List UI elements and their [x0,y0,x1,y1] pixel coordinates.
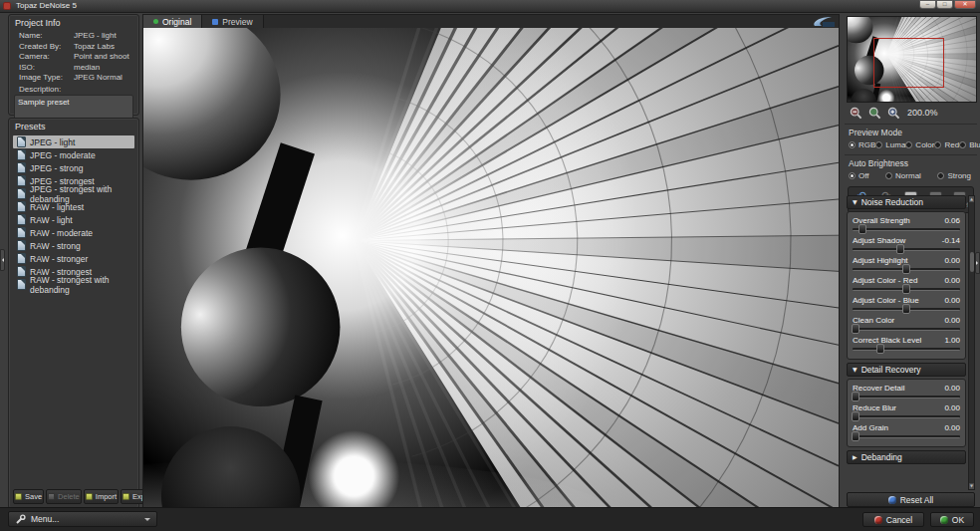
tab-original[interactable]: Original [143,15,202,28]
slider-value: 0.00 [944,384,960,393]
reset-all-button[interactable]: Reset All [847,492,975,507]
slider-reduce-blur: Reduce Blur0.00 [853,403,960,423]
preset-item-raw-strongest-with-debanding[interactable]: RAW - strongest with debanding [13,278,134,291]
zoom-fit-button[interactable] [867,106,881,120]
delete-icon [48,493,55,500]
slider-track[interactable] [853,288,960,291]
triangle-down-icon: ▼ [853,199,858,205]
slider-handle[interactable] [876,344,884,354]
file-icon [17,240,26,251]
preset-item-raw-moderate[interactable]: RAW - moderate [13,226,134,239]
image-preview[interactable] [143,28,839,507]
slider-track[interactable] [853,348,960,351]
slider-handle[interactable] [852,431,859,441]
slider-value: 0.00 [944,256,960,265]
radio-blue[interactable]: Blue [959,140,980,149]
preset-item-jpeg-light[interactable]: JPEG - light [13,135,134,148]
radio-rgb[interactable]: RGB [849,140,875,149]
zoom-out-button[interactable] [849,106,862,120]
slider-value: 0.00 [944,316,960,325]
slider-handle[interactable] [902,264,910,274]
navigator-thumbnail[interactable] [847,16,977,103]
save-button[interactable]: Save [13,489,44,504]
radio-dot [885,172,892,179]
slider-track[interactable] [853,328,960,331]
file-icon [17,149,26,160]
slider-handle[interactable] [902,284,910,294]
collapse-left-panel-handle[interactable] [0,249,5,271]
preset-item-raw-strong[interactable]: RAW - strong [13,239,134,252]
tab-preview[interactable]: Preview [202,15,263,28]
file-icon [17,214,26,225]
cancel-button[interactable]: Cancel [862,512,924,527]
scrollbar[interactable]: ▲ ▼ [968,195,975,490]
cancel-icon [874,516,882,524]
slider-handle[interactable] [858,224,866,234]
radio-dot [934,141,941,148]
info-row-created-by: Created By:Topaz Labs [19,42,138,53]
radio-normal[interactable]: Normal [885,171,921,180]
title-bar[interactable]: Topaz DeNoise 5 – □ ✕ [0,0,980,13]
import-icon [86,493,93,500]
delete-button[interactable]: Delete [46,489,82,504]
slider-track[interactable] [853,308,960,311]
slider-handle[interactable] [902,304,910,314]
slider-track[interactable] [853,268,960,271]
adjustments-panel: 200.0% Preview Mode RGBLumaColorRedBlue … [845,14,977,507]
section-header-debanding[interactable]: ▶Debanding [847,450,966,464]
section-body-noise-reduction: Overall Strength0.06 Adjust Shadow-0.14 … [847,211,966,360]
scroll-down-arrow[interactable]: ▼ [969,483,974,489]
app-icon [3,2,11,10]
zoom-in-button[interactable] [886,106,900,120]
preset-item-jpeg-strong[interactable]: JPEG - strong [13,161,134,174]
slider-handle[interactable] [852,324,859,334]
menu-button[interactable]: Menu... [8,511,157,527]
slider-track[interactable] [853,415,960,418]
radio-luma[interactable]: Luma [875,140,905,149]
slider-value: 1.00 [944,336,960,345]
preset-item-raw-stronger[interactable]: RAW - stronger [13,252,134,265]
preset-item-jpeg-strongest-with-debanding[interactable]: JPEG - strongest with debanding [13,187,134,200]
scroll-up-arrow[interactable]: ▲ [969,196,974,202]
slider-track[interactable] [853,248,960,251]
slider-track[interactable] [853,228,960,231]
radio-color[interactable]: Color [905,140,934,149]
slider-track[interactable] [853,435,960,438]
presets-title: Presets [9,119,138,133]
slider-value: 0.00 [944,276,960,285]
section-header-detail-recovery[interactable]: ▼Detail Recovery [847,363,966,377]
preset-item-raw-light[interactable]: RAW - light [13,213,134,226]
slider-scroll-area: ▼Noise ReductionOverall Strength0.06 Adj… [847,195,975,490]
radio-strong[interactable]: Strong [937,171,971,180]
triangle-right-icon: ▶ [853,454,858,460]
slider-handle[interactable] [852,392,859,401]
close-button[interactable]: ✕ [954,0,976,9]
slider-handle[interactable] [896,244,904,254]
maximize-button[interactable]: □ [936,0,953,9]
slider-overall-strength: Overall Strength0.06 [853,216,960,236]
zoom-level: 200.0% [907,108,938,118]
minimize-button[interactable]: – [919,0,936,9]
section-header-noise-reduction[interactable]: ▼Noise Reduction [847,195,966,209]
triangle-down-icon: ▼ [853,367,858,373]
collapse-right-panel-handle[interactable] [975,252,980,274]
file-icon [17,279,26,290]
description-label: Description: [9,84,138,95]
slider-track[interactable] [853,396,960,398]
export-icon [122,493,129,500]
radio-dot [959,141,966,148]
radio-red[interactable]: Red [934,140,959,149]
navigator-view-rect[interactable] [873,38,945,88]
tab-original-label: Original [162,17,191,27]
slider-clean-color: Clean Color0.00 [853,316,960,336]
slider-correct-black-level: Correct Black Level1.00 [853,336,960,356]
file-icon [17,136,26,147]
ok-button[interactable]: OK [930,512,974,527]
radio-dot [849,141,856,148]
scroll-thumb[interactable] [970,252,974,272]
slider-handle[interactable] [852,411,859,421]
preset-item-jpeg-moderate[interactable]: JPEG - moderate [13,148,134,161]
slider-value: 0.00 [944,296,960,305]
import-button[interactable]: Import [84,489,119,504]
radio-off[interactable]: Off [849,171,869,180]
